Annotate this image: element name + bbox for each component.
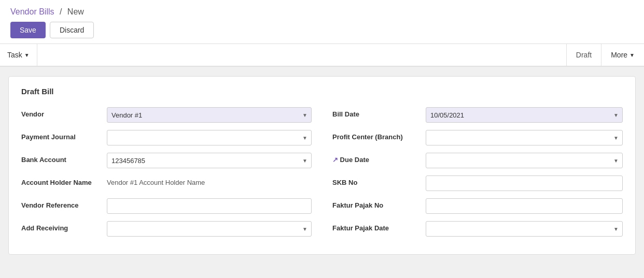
vendor-reference-label: Vendor Reference [21, 198, 107, 210]
faktur-pajak-date-select[interactable] [426, 221, 623, 237]
add-receiving-label: Add Receiving [21, 221, 107, 233]
payment-journal-select[interactable] [107, 130, 312, 145]
bank-account-label: Bank Account [21, 153, 107, 165]
faktur-pajak-no-input[interactable] [426, 198, 623, 214]
skb-no-label: SKB No [332, 175, 426, 187]
due-date-label-wrap: ↗ Due Date [332, 153, 426, 165]
due-date-row: ↗ Due Date ▼ [332, 153, 623, 170]
account-holder-row: Account Holder Name Vendor #1 Account Ho… [21, 175, 312, 193]
vendor-select[interactable]: Vendor #1 [107, 107, 312, 123]
profit-center-select[interactable] [426, 130, 623, 145]
main-content: Draft Bill Vendor Vendor #1 ▼ Payment Jo… [8, 76, 636, 255]
task-label: Task [7, 51, 22, 59]
left-column: Vendor Vendor #1 ▼ Payment Journal ▼ [21, 107, 312, 244]
faktur-pajak-date-label: Faktur Pajak Date [332, 221, 426, 233]
profit-center-select-wrap: ▼ [426, 130, 623, 145]
bill-date-select[interactable]: 10/05/2021 [426, 107, 623, 123]
payment-journal-select-wrap: ▼ [107, 130, 312, 145]
add-receiving-select[interactable] [107, 221, 312, 237]
breadcrumb-parent[interactable]: Vendor Bills [10, 7, 54, 16]
right-column: Bill Date 10/05/2021 ▼ Profit Center (Br… [332, 107, 623, 244]
more-button[interactable]: More ▼ [601, 44, 644, 66]
payment-journal-label: Payment Journal [21, 130, 107, 142]
profit-center-row: Profit Center (Branch) ▼ [332, 130, 623, 148]
more-chevron-icon: ▼ [629, 52, 635, 58]
due-date-select-wrap: ▼ [426, 153, 623, 168]
vendor-label: Vendor [21, 107, 107, 119]
bill-date-label: Bill Date [332, 107, 426, 119]
toolbar-left: Task ▼ [0, 44, 37, 66]
faktur-pajak-no-label: Faktur Pajak No [332, 198, 426, 210]
vendor-select-wrap: Vendor #1 ▼ [107, 107, 312, 123]
profit-center-label: Profit Center (Branch) [332, 130, 426, 142]
account-holder-value: Vendor #1 Account Holder Name [107, 175, 312, 186]
skb-no-row: SKB No [332, 175, 623, 193]
task-button[interactable]: Task ▼ [7, 51, 30, 59]
task-chevron-icon: ▼ [24, 52, 30, 58]
due-date-external-link-icon[interactable]: ↗ [332, 156, 338, 164]
faktur-pajak-date-select-wrap: ▼ [426, 221, 623, 237]
toolbar: Task ▼ Draft More ▼ [0, 44, 644, 67]
top-bar: Vendor Bills / New Save Discard [0, 0, 644, 44]
skb-no-input[interactable] [426, 175, 623, 191]
bank-account-select[interactable]: 123456785 [107, 153, 312, 168]
account-holder-label: Account Holder Name [21, 175, 107, 187]
bill-date-row: Bill Date 10/05/2021 ▼ [332, 107, 623, 125]
vendor-reference-row: Vendor Reference [21, 198, 312, 216]
save-button[interactable]: Save [10, 22, 46, 38]
faktur-pajak-no-row: Faktur Pajak No [332, 198, 623, 216]
bill-date-select-wrap: 10/05/2021 ▼ [426, 107, 623, 123]
add-receiving-select-wrap: ▼ [107, 221, 312, 237]
toolbar-right: Draft More ▼ [566, 44, 644, 66]
discard-button[interactable]: Discard [50, 22, 94, 38]
top-actions: Save Discard [10, 22, 634, 38]
toolbar-spacer [37, 44, 566, 66]
breadcrumb-separator: / [60, 7, 62, 16]
breadcrumb: Vendor Bills / New [10, 7, 634, 17]
section-title: Draft Bill [21, 87, 623, 96]
status-badge: Draft [566, 44, 601, 66]
vendor-row: Vendor Vendor #1 ▼ [21, 107, 312, 125]
bank-account-row: Bank Account 123456785 ▼ [21, 153, 312, 170]
more-label: More [611, 51, 627, 59]
payment-journal-row: Payment Journal ▼ [21, 130, 312, 148]
form-grid: Vendor Vendor #1 ▼ Payment Journal ▼ [21, 107, 623, 244]
due-date-select[interactable] [426, 153, 623, 168]
bank-account-select-wrap: 123456785 ▼ [107, 153, 312, 168]
add-receiving-row: Add Receiving ▼ [21, 221, 312, 239]
faktur-pajak-date-row: Faktur Pajak Date ▼ [332, 221, 623, 239]
vendor-reference-input[interactable] [107, 198, 312, 214]
breadcrumb-current: New [67, 7, 84, 16]
